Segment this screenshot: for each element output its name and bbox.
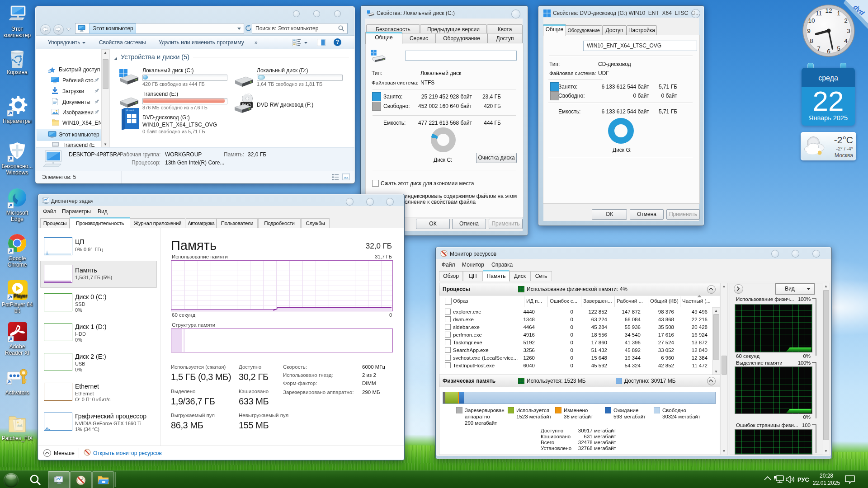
svg-text:10: 10 <box>808 17 815 24</box>
svg-text:3: 3 <box>847 28 850 34</box>
svg-text:8: 8 <box>810 38 813 44</box>
svg-text:12: 12 <box>825 7 832 14</box>
svg-text:Microsoft: Microsoft <box>126 109 134 112</box>
svg-text:Player: Player <box>14 293 27 298</box>
svg-text:9: 9 <box>807 28 811 34</box>
svg-text:5: 5 <box>837 45 840 52</box>
svg-text:1: 1 <box>837 10 840 17</box>
svg-text:6: 6 <box>827 48 830 55</box>
svg-text:11: 11 <box>816 10 822 17</box>
svg-text:2: 2 <box>844 17 848 24</box>
svg-text:4: 4 <box>844 38 848 44</box>
svg-text:7: 7 <box>817 45 821 52</box>
